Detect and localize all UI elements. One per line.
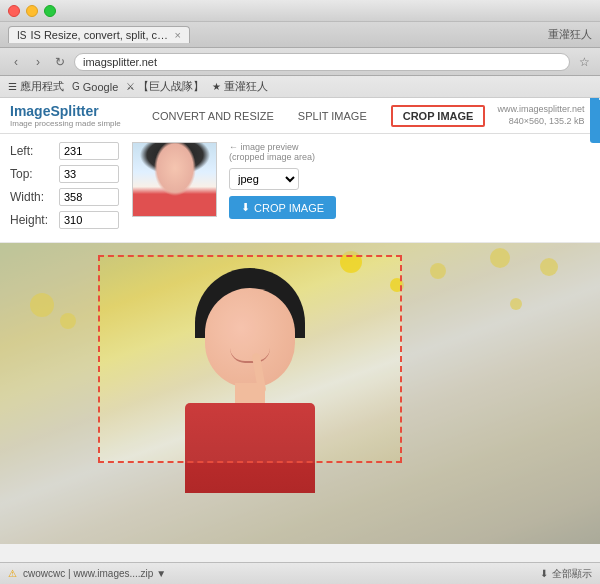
height-input[interactable] (59, 211, 119, 229)
close-icon[interactable]: × (174, 29, 180, 41)
preview-label: ← image preview (cropped image area) (229, 142, 590, 162)
width-label: Width: (10, 190, 55, 204)
logo-subtitle: Image processing made simple (10, 119, 140, 128)
crop-image-button[interactable]: ⬇ CROP IMAGE (229, 196, 336, 219)
coordinate-inputs: Left: Top: Width: Height: (10, 142, 119, 234)
app-header: ImageSplitter Image processing made simp… (0, 98, 600, 134)
refresh-button[interactable]: ↻ (52, 54, 68, 70)
crop-btn-label: CROP IMAGE (254, 202, 324, 214)
tab-right-text: 重灌狂人 (548, 27, 592, 42)
home-page-button[interactable]: HOME PAGE(upload anotherimage) (590, 98, 600, 143)
tab-title: IS Resize, convert, split, crop yo... (30, 29, 170, 41)
preview-image (132, 142, 217, 217)
crop-selection[interactable] (98, 255, 402, 463)
bookmark-apps[interactable]: ☰ 應用程式 (8, 79, 64, 94)
forward-button[interactable]: › (30, 54, 46, 70)
logo-title: ImageSplitter (10, 103, 140, 119)
minimize-button[interactable] (26, 5, 38, 17)
preview-label-sub: (cropped image area) (229, 152, 315, 162)
controls-area: Left: Top: Width: Height: (0, 134, 600, 243)
main-image-area[interactable] (0, 243, 600, 544)
bookmark-google-label: Google (83, 81, 118, 93)
download-icon: ⬇ (540, 568, 548, 579)
format-select[interactable]: jpeg png gif bmp (229, 168, 299, 190)
back-button[interactable]: ‹ (8, 54, 24, 70)
address-bar: ‹ › ↻ ☆ (0, 48, 600, 76)
height-label: Height: (10, 213, 55, 227)
bookmark-bar: ☰ 應用程式 G Google ⚔ 【巨人战隊】 ★ 重灌狂人 (0, 76, 600, 98)
preview-label-main: ← image preview (229, 142, 299, 152)
url-info: www.imagesplitter.net840×560, 135.2 kB (497, 104, 584, 127)
apps-icon: ☰ (8, 81, 17, 92)
status-bar: ⚠ cwowcwc | www.images....zip ▼ ⬇ 全部顯示 (0, 562, 600, 584)
close-button[interactable] (8, 5, 20, 17)
bookmark-reload-label: 重灌狂人 (224, 79, 268, 94)
top-input[interactable] (59, 165, 119, 183)
right-panel: ← image preview (cropped image area) jpe… (229, 142, 590, 234)
tab-convert-resize[interactable]: CONVERT AND RESIZE (140, 98, 286, 134)
bookmark-giants-label: 【巨人战隊】 (138, 79, 204, 94)
left-input[interactable] (59, 142, 119, 160)
maximize-button[interactable] (44, 5, 56, 17)
bookmark-google[interactable]: G Google (72, 81, 118, 93)
bookmark-reload[interactable]: ★ 重灌狂人 (212, 79, 268, 94)
warning-icon: ⚠ (8, 568, 17, 579)
left-row: Left: (10, 142, 119, 160)
giants-icon: ⚔ (126, 81, 135, 92)
reload-icon: ★ (212, 81, 221, 92)
outside-left (0, 243, 98, 544)
nav-tabs: CONVERT AND RESIZE SPLIT IMAGE CROP IMAG… (140, 98, 497, 134)
crop-btn-icon: ⬇ (241, 201, 250, 214)
tab-bar: IS IS Resize, convert, split, crop yo...… (0, 22, 600, 48)
width-row: Width: (10, 188, 119, 206)
top-label: Top: (10, 167, 55, 181)
logo-area: ImageSplitter Image processing made simp… (10, 103, 140, 128)
left-label: Left: (10, 144, 55, 158)
status-right[interactable]: ⬇ 全部顯示 (540, 567, 592, 581)
traffic-lights (8, 5, 56, 17)
address-input[interactable] (74, 53, 570, 71)
title-bar (0, 0, 600, 22)
height-row: Height: (10, 211, 119, 229)
status-left-text: cwowcwc | www.images....zip ▼ (23, 568, 166, 579)
top-row: Top: (10, 165, 119, 183)
status-right-text: 全部顯示 (552, 567, 592, 581)
page-content: ImageSplitter Image processing made simp… (0, 98, 600, 544)
status-left: ⚠ cwowcwc | www.images....zip ▼ (8, 568, 166, 579)
outside-right (402, 243, 600, 544)
google-icon: G (72, 81, 80, 92)
preview-image-inner (133, 143, 216, 216)
bookmark-star[interactable]: ☆ (576, 54, 592, 70)
preview-area (129, 142, 219, 234)
tab-split-image[interactable]: SPLIT IMAGE (286, 98, 379, 134)
bookmark-apps-label: 應用程式 (20, 79, 64, 94)
bookmark-giants[interactable]: ⚔ 【巨人战隊】 (126, 79, 204, 94)
tab-crop-image[interactable]: CROP IMAGE (379, 98, 498, 134)
width-input[interactable] (59, 188, 119, 206)
browser-tab[interactable]: IS IS Resize, convert, split, crop yo...… (8, 26, 190, 43)
header-right: www.imagesplitter.net840×560, 135.2 kB H… (497, 98, 600, 143)
format-row: jpeg png gif bmp (229, 168, 590, 190)
